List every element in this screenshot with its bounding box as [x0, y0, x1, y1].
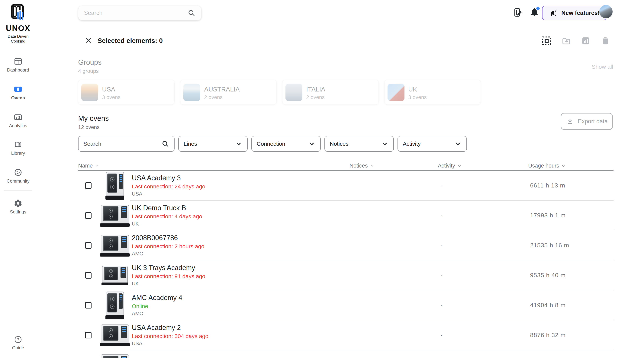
oven-image	[101, 205, 129, 226]
row-checkbox[interactable]	[85, 332, 92, 339]
brand-name: UNOX	[0, 24, 36, 33]
row-checkbox[interactable]	[85, 242, 92, 249]
sort-chevron-icon	[370, 163, 374, 168]
settings-gear-icon	[14, 199, 22, 208]
usage-hours-value: 9535 h 40 m	[530, 260, 566, 290]
help-icon: ?	[14, 336, 22, 344]
oven-name: USA Academy 3	[132, 174, 205, 182]
column-header-usage-hours[interactable]: Usage hours	[528, 163, 566, 169]
move-to-group-icon[interactable]	[562, 36, 571, 46]
sidebar-item-community[interactable]: Community	[0, 168, 36, 184]
my-ovens-count: 12 ovens	[78, 124, 100, 130]
filter-notices-dropdown[interactable]: Notices	[324, 136, 394, 152]
group-thumbnail	[286, 84, 302, 101]
column-header-notices[interactable]: Notices	[350, 163, 374, 169]
new-features-button[interactable]: New features!	[542, 6, 606, 20]
group-thumbnail	[184, 84, 200, 101]
sidebar-item-guide[interactable]: ? Guide	[0, 336, 36, 351]
sidebar-divider	[4, 190, 32, 191]
global-search-input[interactable]	[84, 9, 187, 16]
search-icon[interactable]	[162, 140, 169, 148]
oven-group: USA	[132, 341, 208, 347]
oven-group: UK	[132, 281, 205, 287]
group-card-italia[interactable]: ITALIA 2 ovens	[282, 80, 379, 105]
unox-logo-icon	[10, 4, 26, 22]
oven-status: Online	[132, 303, 182, 310]
table-row[interactable]: USA Academy 3 Last connection: 24 days a…	[78, 171, 614, 200]
brand-tagline: Data Driven Cooking	[0, 34, 36, 44]
row-checkbox[interactable]	[85, 272, 92, 279]
oven-image	[101, 325, 129, 346]
oven-status: Last connection: 24 days ago	[132, 183, 205, 190]
oven-status: Last connection: 2 hours ago	[132, 243, 204, 250]
filter-lines-dropdown[interactable]: Lines	[178, 136, 248, 152]
analytics-icon	[14, 113, 22, 122]
row-checkbox[interactable]	[85, 182, 92, 189]
ovens-search	[78, 136, 174, 152]
table-header: Name Notices Activity Usage hours	[78, 162, 614, 171]
download-icon	[566, 117, 574, 126]
show-all-link[interactable]: Show all	[576, 64, 613, 70]
analytics-icon[interactable]	[581, 36, 590, 46]
chevron-down-icon	[308, 140, 316, 147]
profile-avatar[interactable]	[599, 5, 613, 18]
table-row[interactable]: UK 3 Trays Academy Last connection: 91 d…	[78, 260, 614, 290]
table-row[interactable]: AMC Academy 4 Online AMC - 41904 h 8 m	[78, 290, 614, 320]
sidebar-item-library[interactable]: Library	[0, 140, 36, 156]
oven-status: Last connection: 91 days ago	[132, 273, 205, 280]
ovens-table: Name Notices Activity Usage hours USA Ac…	[78, 162, 614, 358]
sort-chevron-icon	[94, 163, 100, 168]
close-selection-icon[interactable]	[85, 36, 92, 45]
chevron-down-icon	[454, 140, 462, 147]
filter-connection-dropdown[interactable]: Connection	[252, 136, 321, 152]
new-features-label: New features!	[561, 9, 600, 16]
delete-icon[interactable]	[601, 36, 610, 46]
group-card-australia[interactable]: AUSTRALIA 2 ovens	[180, 80, 276, 105]
global-search	[78, 6, 202, 20]
brand-logo: UNOX Data Driven Cooking	[0, 4, 36, 44]
table-row[interactable]: UK Demo Truck B Last connection: 4 days …	[78, 200, 614, 230]
dashboard-icon	[14, 57, 22, 66]
table-row-partial[interactable]: UK Academy 1	[78, 350, 614, 358]
row-checkbox[interactable]	[85, 302, 92, 309]
sidebar-item-dashboard[interactable]: Dashboard	[0, 57, 36, 73]
usage-hours-value: 17993 h 1 m	[530, 200, 566, 230]
column-header-name[interactable]: Name	[78, 163, 100, 169]
oven-status: Last connection: 4 days ago	[132, 213, 202, 220]
megaphone-icon	[549, 8, 558, 17]
community-icon	[14, 168, 22, 177]
oven-icon	[14, 85, 22, 94]
oven-name: AMC Academy 4	[132, 294, 182, 302]
row-checkbox[interactable]	[85, 212, 92, 219]
sidebar-item-analytics[interactable]: Analytics	[0, 113, 36, 128]
sidebar-item-ovens[interactable]: Ovens	[0, 85, 36, 100]
column-header-activity[interactable]: Activity	[438, 163, 462, 169]
sort-chevron-icon	[457, 163, 462, 168]
group-card-usa[interactable]: USA 3 ovens	[78, 80, 174, 105]
notifications-bell-icon[interactable]	[530, 7, 539, 17]
table-row[interactable]: 2008B0067786 Last connection: 2 hours ag…	[78, 230, 614, 260]
groups-count: 4 groups	[78, 68, 99, 74]
ovens-search-input[interactable]	[84, 141, 162, 147]
table-row[interactable]: USA Academy 2 Last connection: 304 days …	[78, 320, 614, 350]
oven-image	[101, 235, 129, 256]
activity-value: -	[441, 290, 442, 320]
groups-title: Groups	[78, 58, 102, 66]
oven-group: AMC	[132, 311, 182, 317]
oven-name: UK Demo Truck B	[132, 204, 202, 212]
export-data-button[interactable]: Export data	[561, 113, 613, 130]
usage-hours-value: 21535 h 16 m	[530, 230, 569, 260]
filter-activity-dropdown[interactable]: Activity	[398, 136, 467, 152]
library-icon	[14, 140, 22, 149]
oven-group: UK	[132, 221, 202, 227]
activity-value: -	[441, 260, 442, 290]
select-all-icon[interactable]	[542, 36, 551, 46]
sidebar-item-settings[interactable]: Settings	[0, 199, 36, 215]
oven-image	[101, 355, 129, 358]
oven-image	[106, 292, 124, 319]
usage-hours-value: 8876 h 32 m	[530, 320, 566, 350]
register-oven-icon[interactable]	[512, 7, 522, 18]
oven-name: USA Academy 2	[132, 324, 208, 332]
group-card-uk[interactable]: UK 3 ovens	[384, 80, 481, 105]
search-icon[interactable]	[187, 9, 196, 17]
